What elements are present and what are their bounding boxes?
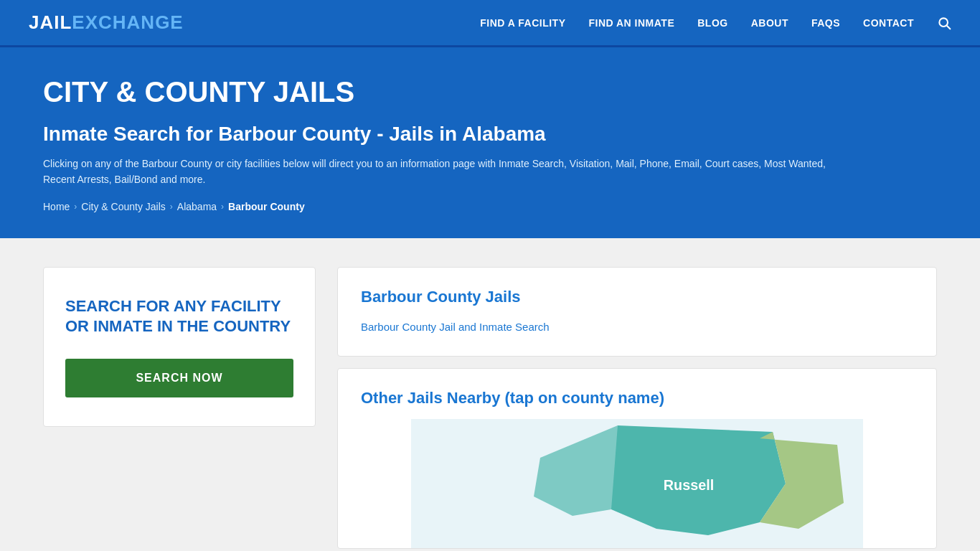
nav-about[interactable]: ABOUT xyxy=(751,17,788,29)
hero-subtitle: Inmate Search for Barbour County - Jails… xyxy=(43,123,937,146)
nav-blog[interactable]: BLOG xyxy=(697,17,727,29)
breadcrumb-home[interactable]: Home xyxy=(43,201,70,212)
breadcrumb-chevron-1: › xyxy=(74,202,77,212)
svg-line-1 xyxy=(947,25,951,29)
right-panel: Barbour County Jails Barbour County Jail… xyxy=(337,267,937,549)
breadcrumb-city-county[interactable]: City & County Jails xyxy=(81,201,165,212)
breadcrumb-chevron-2: › xyxy=(170,202,173,212)
nearby-card-title: Other Jails Nearby (tap on county name) xyxy=(361,389,913,408)
nav-find-inmate[interactable]: FIND AN INMATE xyxy=(588,17,674,29)
nav-faqs[interactable]: FAQs xyxy=(811,17,840,29)
search-icon xyxy=(937,16,951,30)
svg-text:Russell: Russell xyxy=(664,477,714,493)
site-logo[interactable]: JAILEXCHANGE xyxy=(29,11,184,34)
nav-contact[interactable]: CONTACT xyxy=(863,17,914,29)
map-area: Russell xyxy=(361,419,913,548)
search-icon-button[interactable] xyxy=(937,16,951,30)
search-promo-text: SEARCH FOR ANY FACILITY OR INMATE IN THE… xyxy=(65,296,293,337)
main-content: SEARCH FOR ANY FACILITY OR INMATE IN THE… xyxy=(0,238,980,551)
page-title: CITY & COUNTY JAILS xyxy=(43,76,937,108)
breadcrumb-state[interactable]: Alabama xyxy=(177,201,217,212)
search-now-button[interactable]: SEARCH NOW xyxy=(65,359,293,397)
nav-menu: FIND A FACILITY FIND AN INMATE BLOG ABOU… xyxy=(480,16,951,30)
barbour-county-card: Barbour County Jails Barbour County Jail… xyxy=(337,267,937,357)
barbour-jail-link[interactable]: Barbour County Jail and Inmate Search xyxy=(361,318,913,336)
search-panel: SEARCH FOR ANY FACILITY OR INMATE IN THE… xyxy=(43,267,316,427)
hero-description: Clicking on any of the Barbour County or… xyxy=(43,156,832,188)
barbour-card-title: Barbour County Jails xyxy=(361,288,913,306)
nearby-jails-card: Other Jails Nearby (tap on county name) … xyxy=(337,368,937,549)
nav-find-facility[interactable]: FIND A FACILITY xyxy=(480,17,565,29)
navbar: JAILEXCHANGE FIND A FACILITY FIND AN INM… xyxy=(0,0,980,47)
breadcrumb-chevron-3: › xyxy=(221,202,224,212)
logo-exchange: EXCHANGE xyxy=(72,11,183,33)
map-svg: Russell xyxy=(361,419,913,548)
breadcrumb: Home › City & County Jails › Alabama › B… xyxy=(43,201,937,212)
hero-section: CITY & COUNTY JAILS Inmate Search for Ba… xyxy=(0,47,980,238)
breadcrumb-current: Barbour County xyxy=(228,201,305,212)
logo-jail: JAIL xyxy=(29,11,72,33)
